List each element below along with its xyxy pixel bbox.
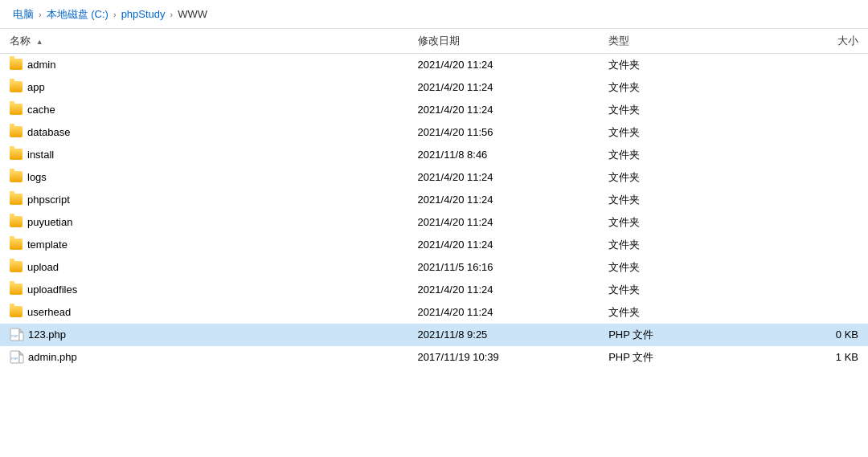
file-name-cell: phpscript: [0, 189, 408, 211]
file-name-cell: database: [0, 121, 408, 144]
file-date-cell: 2021/4/20 11:24: [408, 189, 600, 211]
file-name-text: database: [27, 126, 71, 138]
file-type-cell: 文件夹: [599, 76, 729, 99]
col-header-type[interactable]: 类型: [599, 29, 729, 54]
file-type-cell: PHP 文件: [599, 346, 729, 369]
file-name-cell: PHP 123.php: [0, 324, 408, 346]
folder-icon: [10, 194, 23, 205]
folder-icon: [10, 126, 23, 137]
file-type-cell: 文件夹: [599, 211, 729, 234]
file-date-cell: 2017/11/19 10:39: [408, 346, 600, 369]
table-row[interactable]: PHP admin.php2017/11/19 10:39PHP 文件1 KB: [0, 346, 868, 369]
file-name-text: logs: [27, 171, 47, 183]
file-list-container: 名称 ▲ 修改日期 类型 大小 admin2021/4/20 11:24文件夹a…: [0, 29, 868, 457]
breadcrumb-www: WWW: [178, 8, 207, 20]
file-name-text: app: [27, 81, 45, 93]
file-name-cell: cache: [0, 99, 408, 121]
folder-icon: [10, 104, 23, 115]
table-row[interactable]: phpscript2021/4/20 11:24文件夹: [0, 189, 868, 211]
file-size-cell: [729, 234, 868, 256]
table-row[interactable]: install2021/11/8 8:46文件夹: [0, 144, 868, 166]
svg-text:PHP: PHP: [11, 334, 18, 338]
table-row[interactable]: app2021/4/20 11:24文件夹: [0, 76, 868, 99]
col-header-size[interactable]: 大小: [729, 29, 868, 54]
file-list-body: admin2021/4/20 11:24文件夹app2021/4/20 11:2…: [0, 54, 868, 369]
file-name-text: template: [27, 239, 68, 251]
breadcrumb-pc[interactable]: 电脑: [13, 7, 34, 22]
folder-icon: [10, 216, 23, 227]
table-row[interactable]: admin2021/4/20 11:24文件夹: [0, 54, 868, 76]
file-size-cell: [729, 301, 868, 324]
col-header-name[interactable]: 名称 ▲: [0, 29, 408, 54]
folder-icon: [10, 306, 23, 317]
file-name-text: admin: [27, 59, 55, 71]
file-name-text: uploadfiles: [27, 284, 77, 296]
folder-icon: [10, 239, 23, 250]
folder-icon: [10, 81, 23, 92]
svg-text:PHP: PHP: [11, 357, 18, 361]
sort-arrow-name: ▲: [36, 38, 43, 46]
table-row[interactable]: database2021/4/20 11:56文件夹: [0, 121, 868, 144]
file-date-cell: 2021/4/20 11:24: [408, 54, 600, 76]
file-date-cell: 2021/4/20 11:24: [408, 234, 600, 256]
file-name-text: 123.php: [28, 328, 66, 341]
file-type-cell: 文件夹: [599, 189, 729, 211]
breadcrumb-sep-2: ›: [113, 10, 117, 19]
table-row[interactable]: template2021/4/20 11:24文件夹: [0, 234, 868, 256]
file-size-cell: 0 KB: [729, 324, 868, 346]
php-file-icon: PHP: [10, 350, 24, 365]
file-name-cell: template: [0, 234, 408, 256]
svg-marker-1: [19, 328, 23, 333]
file-size-cell: [729, 76, 868, 99]
table-row[interactable]: logs2021/4/20 11:24文件夹: [0, 166, 868, 189]
file-type-cell: 文件夹: [599, 99, 729, 121]
file-size-cell: [729, 256, 868, 279]
table-header-row: 名称 ▲ 修改日期 类型 大小: [0, 29, 868, 54]
file-name-text: phpscript: [27, 194, 70, 206]
file-size-cell: [729, 54, 868, 76]
file-name-text: cache: [27, 104, 55, 116]
file-name-text: install: [27, 149, 54, 161]
file-name-cell: PHP admin.php: [0, 346, 408, 369]
table-row[interactable]: upload2021/11/5 16:16文件夹: [0, 256, 868, 279]
col-header-date[interactable]: 修改日期: [408, 29, 600, 54]
file-type-cell: 文件夹: [599, 234, 729, 256]
file-table: 名称 ▲ 修改日期 类型 大小 admin2021/4/20 11:24文件夹a…: [0, 29, 868, 369]
file-name-cell: uploadfiles: [0, 279, 408, 301]
file-size-cell: [729, 189, 868, 211]
file-date-cell: 2021/4/20 11:24: [408, 76, 600, 99]
file-size-cell: [729, 166, 868, 189]
folder-icon: [10, 284, 23, 295]
php-file-icon: PHP: [10, 328, 24, 342]
file-name-cell: admin: [0, 54, 408, 76]
file-date-cell: 2021/11/5 16:16: [408, 256, 600, 279]
file-name-cell: puyuetian: [0, 211, 408, 234]
file-size-cell: [729, 211, 868, 234]
table-row[interactable]: PHP 123.php2021/11/8 9:25PHP 文件0 KB: [0, 324, 868, 346]
table-row[interactable]: userhead2021/4/20 11:24文件夹: [0, 301, 868, 324]
table-row[interactable]: puyuetian2021/4/20 11:24文件夹: [0, 211, 868, 234]
file-size-cell: 1 KB: [729, 346, 868, 369]
table-row[interactable]: uploadfiles2021/4/20 11:24文件夹: [0, 279, 868, 301]
file-date-cell: 2021/11/8 9:25: [408, 324, 600, 346]
file-type-cell: 文件夹: [599, 121, 729, 144]
folder-icon: [10, 59, 23, 70]
file-name-cell: userhead: [0, 301, 408, 324]
breadcrumb-sep-3: ›: [170, 10, 174, 19]
breadcrumb-phpstudy[interactable]: phpStudy: [121, 8, 166, 20]
breadcrumb-sep-1: ›: [39, 10, 42, 19]
file-name-cell: upload: [0, 256, 408, 279]
file-type-cell: 文件夹: [599, 54, 729, 76]
svg-rect-6: [19, 355, 23, 363]
file-size-cell: [729, 99, 868, 121]
svg-rect-2: [19, 333, 23, 341]
file-date-cell: 2021/4/20 11:24: [408, 279, 600, 301]
file-date-cell: 2021/11/8 8:46: [408, 144, 600, 166]
table-row[interactable]: cache2021/4/20 11:24文件夹: [0, 99, 868, 121]
file-name-text: puyuetian: [27, 216, 72, 228]
file-size-cell: [729, 121, 868, 144]
breadcrumb-c-drive[interactable]: 本地磁盘 (C:): [47, 7, 108, 22]
file-date-cell: 2021/4/20 11:24: [408, 301, 600, 324]
file-type-cell: 文件夹: [599, 166, 729, 189]
file-size-cell: [729, 279, 868, 301]
